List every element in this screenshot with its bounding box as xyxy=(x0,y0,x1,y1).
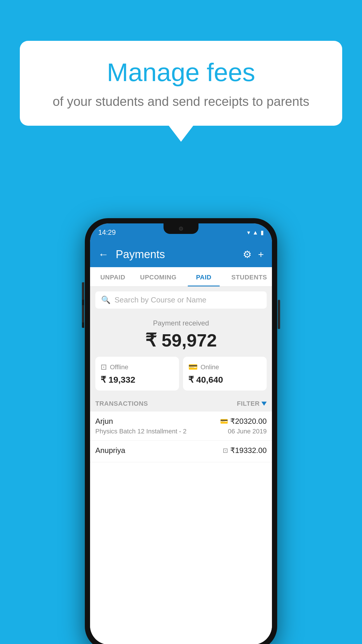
transaction-amount: ₹20320.00 xyxy=(230,417,267,426)
side-button-right xyxy=(278,300,280,329)
transaction-date: 06 June 2019 xyxy=(228,428,267,435)
payment-received-label: Payment received xyxy=(95,319,267,327)
signal-icon: ▲ xyxy=(252,229,258,236)
speech-bubble: Manage fees of your students and send re… xyxy=(20,41,342,126)
search-icon: 🔍 xyxy=(101,295,110,304)
tab-students[interactable]: STUDENTS xyxy=(226,267,272,286)
online-card: 💳 Online ₹ 40,640 xyxy=(183,357,267,391)
speech-bubble-pointer xyxy=(169,126,193,142)
search-bar[interactable]: 🔍 Search by Course or Name xyxy=(95,291,267,309)
online-icon: 💳 xyxy=(188,363,198,372)
tabs-bar: UNPAID UPCOMING PAID STUDENTS xyxy=(90,267,272,287)
app-header: ← Payments ⚙ + xyxy=(90,242,272,267)
transaction-detail: Physics Batch 12 Installment - 2 xyxy=(95,428,187,435)
transaction-name: Anupriya xyxy=(95,446,125,455)
transaction-amount-wrapper: ⊡ ₹19332.00 xyxy=(223,446,267,455)
phone-notch xyxy=(164,223,198,234)
side-buttons-left xyxy=(82,282,84,328)
payment-summary: Payment received ₹ 59,972 xyxy=(90,313,272,357)
search-bar-wrapper: 🔍 Search by Course or Name xyxy=(90,287,272,313)
tab-upcoming[interactable]: UPCOMING xyxy=(136,267,181,286)
transaction-amount: ₹19332.00 xyxy=(230,446,267,455)
back-button[interactable]: ← xyxy=(98,248,109,260)
offline-card: ⊡ Offline ₹ 19,332 xyxy=(95,357,179,391)
battery-icon: ▮ xyxy=(261,229,264,236)
offline-amount: ₹ 19,332 xyxy=(101,374,174,385)
offline-icon: ⊡ xyxy=(101,363,107,372)
tab-unpaid[interactable]: UNPAID xyxy=(90,267,136,286)
speech-bubble-subtitle: of your students and send receipts to pa… xyxy=(34,93,328,110)
transactions-list: Arjun 💳 ₹20320.00 Physics Batch 12 Insta… xyxy=(90,412,272,644)
filter-icon xyxy=(261,402,267,406)
camera xyxy=(179,227,183,231)
transaction-amount-wrapper: 💳 ₹20320.00 xyxy=(220,417,267,426)
transaction-item[interactable]: Arjun 💳 ₹20320.00 Physics Batch 12 Insta… xyxy=(90,412,272,441)
phone-frame: 14:29 ▾ ▲ ▮ ← Payments ⚙ + UNPAID UPCOMI… xyxy=(85,218,277,644)
status-icons: ▾ ▲ ▮ xyxy=(247,229,264,236)
payment-cards: ⊡ Offline ₹ 19,332 💳 Online ₹ 40,640 xyxy=(90,357,272,396)
online-label: Online xyxy=(201,363,219,371)
phone-screen: 14:29 ▾ ▲ ▮ ← Payments ⚙ + UNPAID UPCOMI… xyxy=(90,223,272,644)
add-icon[interactable]: + xyxy=(258,249,264,260)
settings-icon[interactable]: ⚙ xyxy=(243,249,252,260)
online-amount: ₹ 40,640 xyxy=(188,374,261,385)
filter-label-text: FILTER xyxy=(237,400,260,407)
status-bar: 14:29 ▾ ▲ ▮ xyxy=(90,223,272,242)
tab-paid[interactable]: PAID xyxy=(181,267,226,286)
transaction-item[interactable]: Anupriya ⊡ ₹19332.00 xyxy=(90,441,272,462)
speech-bubble-wrapper: Manage fees of your students and send re… xyxy=(20,41,342,142)
header-icons: ⚙ + xyxy=(243,249,264,260)
transaction-name: Arjun xyxy=(95,417,113,426)
status-time: 14:29 xyxy=(98,228,116,237)
wifi-icon: ▾ xyxy=(247,229,250,236)
payment-type-icon: 💳 xyxy=(220,418,228,425)
payment-total-amount: ₹ 59,972 xyxy=(95,330,267,351)
speech-bubble-title: Manage fees xyxy=(34,58,328,87)
search-placeholder: Search by Course or Name xyxy=(115,295,206,304)
transactions-label: TRANSACTIONS xyxy=(95,400,148,407)
offline-label: Offline xyxy=(110,363,128,371)
transactions-header: TRANSACTIONS FILTER xyxy=(90,396,272,412)
filter-button[interactable]: FILTER xyxy=(237,400,267,407)
header-title: Payments xyxy=(116,248,243,261)
payment-type-icon: ⊡ xyxy=(223,447,228,454)
